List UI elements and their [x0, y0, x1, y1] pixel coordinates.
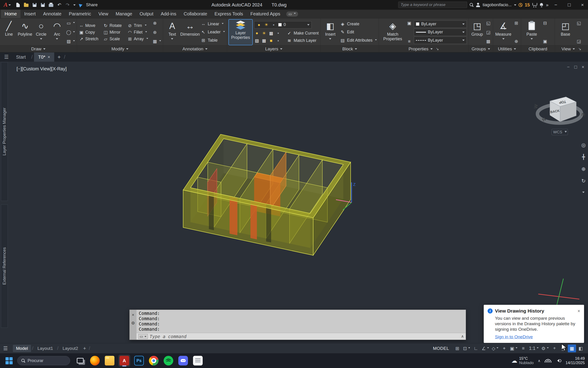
onedrive-signin-link[interactable]: Sign in to OneDrive	[495, 334, 533, 340]
external-references-palette-tab[interactable]: External References	[1, 204, 8, 328]
viewport-restore-icon[interactable]: □	[574, 64, 577, 70]
status-toggle-workspace[interactable]: ⚙	[540, 345, 550, 352]
id-point-tool[interactable]: ⊕	[514, 39, 519, 44]
modify-tool[interactable]: ↔Move	[79, 23, 102, 28]
ribbon-tab[interactable]: Insert	[20, 10, 39, 18]
restore-button[interactable]: □	[564, 0, 575, 10]
circle-tool[interactable]: ○Circle	[34, 19, 48, 45]
status-toggle-otrack[interactable]: ⌖	[500, 345, 508, 352]
ribbon-tab[interactable]: Featured Apps	[247, 10, 284, 18]
status-toggle-grid[interactable]: ⊞	[453, 345, 461, 352]
copy-clip-tool[interactable]: ▣	[542, 39, 548, 44]
pan-icon[interactable]: ╋	[582, 154, 585, 160]
signed-in-user[interactable]: tiagobonifacio...	[483, 2, 512, 7]
make-current-button[interactable]: Make Current	[294, 31, 319, 36]
navbar-more-icon[interactable]	[582, 192, 585, 194]
polyline-tool[interactable]: ∿Polyline	[18, 19, 32, 45]
status-toggle-lineweight[interactable]: ≡	[519, 345, 527, 352]
modify-tool[interactable]: ◫Mirror	[103, 30, 126, 35]
modify-tool[interactable]: ▱Scale	[103, 36, 126, 42]
status-toggle-snap[interactable]: ⊡	[462, 345, 471, 352]
match-layer-button[interactable]: Match Layer	[294, 38, 316, 43]
lineweight-dropdown[interactable]: ByLayer	[414, 28, 467, 36]
viewport-controls[interactable]: [−][Custom View][X-Ray]	[17, 66, 67, 72]
layer-walk-icon[interactable]: ▨	[254, 38, 260, 43]
rectangle-tool[interactable]: ▭	[66, 20, 75, 26]
command-input[interactable]	[149, 334, 459, 339]
viewport-config-tool[interactable]: ◱	[576, 20, 582, 26]
ribbon-tab[interactable]: Manage	[112, 10, 136, 18]
layout-tab-model[interactable]: Model	[13, 345, 31, 352]
group-edit-tool[interactable]: ◲	[485, 30, 491, 35]
layer-freeze-icon[interactable]: ▦	[268, 31, 274, 36]
viewport-close-icon[interactable]: ×	[582, 64, 584, 70]
group-selection-tool[interactable]: ▦	[485, 39, 491, 44]
taskbar-app-spotify[interactable]	[162, 355, 174, 367]
redo-icon[interactable]: ↷	[65, 2, 70, 8]
modify-panel-caption[interactable]: Modify	[77, 45, 163, 52]
doc-tab-current[interactable]: T0*×	[34, 52, 54, 62]
explode-tool[interactable]: ⊛	[152, 30, 161, 35]
group-tool[interactable]: ◳Group	[471, 19, 484, 45]
status-toggle-annoscale[interactable]: 1:1	[528, 345, 540, 352]
object-color-dropdown[interactable]: ByLayer	[414, 20, 467, 28]
annotation-panel-caption[interactable]: Annotation	[163, 45, 227, 52]
taskbar-app-photoshop[interactable]: Ps	[133, 355, 145, 367]
taskbar-app-explorer[interactable]	[104, 355, 115, 367]
block-panel-caption[interactable]: Block	[321, 45, 379, 52]
search-icon[interactable]	[469, 3, 474, 7]
erase-tool[interactable]: ⊗	[152, 20, 161, 26]
taskbar-app-discord[interactable]	[177, 355, 189, 367]
ribbon-display-toggle[interactable]: ▭	[286, 11, 298, 17]
command-window[interactable]: × ⚙ Command:Command:Command:Command: ▭ ∧	[129, 310, 466, 340]
taskbar-app-notes[interactable]	[192, 355, 204, 367]
tray-overflow-icon[interactable]: ∧	[538, 359, 540, 363]
user-menu-chevron[interactable]	[514, 4, 516, 7]
modify-tool[interactable]: ↻Rotate	[103, 23, 126, 28]
named-views-tool[interactable]: ◲	[576, 39, 582, 44]
taskbar-search-input[interactable]	[27, 358, 60, 363]
linear-dimension-tool[interactable]: ↔Linear	[201, 21, 225, 27]
leader-tool[interactable]: ↖Leader	[201, 29, 225, 35]
toolbar-overflow-icon[interactable]: »	[546, 2, 548, 8]
viewport-minimize-icon[interactable]: −	[567, 64, 570, 70]
viewcube[interactable]: N E W TOP BACK WCS	[532, 79, 588, 141]
ribbon-tab[interactable]: Collaborate	[180, 10, 211, 18]
start-button[interactable]	[3, 356, 15, 366]
customize-qat-icon[interactable]	[73, 4, 76, 7]
layer-dropdown[interactable]: ● ☀ ▪ 0	[254, 21, 312, 28]
layout-tab-layout2[interactable]: Layout2	[59, 345, 81, 352]
new-file-icon[interactable]	[15, 3, 20, 7]
plot-icon[interactable]	[48, 3, 53, 7]
text-tool[interactable]: AText	[165, 19, 179, 45]
dimension-tool[interactable]: ↔Dimension	[181, 19, 199, 45]
quick-calc-tool[interactable]: ⊞	[514, 20, 519, 26]
taskbar-app-autocad[interactable]: A	[118, 355, 130, 367]
base-view-tool[interactable]: ◰Base	[557, 19, 574, 45]
properties-tool-2[interactable]: ≡	[406, 39, 412, 44]
wcs-selector[interactable]: WCS	[552, 129, 568, 135]
layers-panel-caption[interactable]: Layers	[227, 45, 321, 52]
weather-widget[interactable]: ☁ 15°C Nublado	[511, 356, 534, 365]
measure-tool[interactable]: ∡Measure	[495, 19, 512, 45]
taskbar-app-firefox[interactable]	[89, 355, 101, 367]
layer-off-icon[interactable]: ●	[254, 31, 260, 36]
help-search-input[interactable]	[401, 2, 465, 7]
draw-panel-caption[interactable]: Draw	[0, 45, 77, 52]
ribbon-tab[interactable]: View	[95, 10, 112, 18]
trial-clock-icon[interactable]	[519, 3, 523, 7]
open-file-icon[interactable]	[24, 3, 29, 7]
new-drawing-icon[interactable]: +	[56, 54, 62, 60]
zoom-icon[interactable]: ⊕	[581, 166, 586, 172]
command-collapse-icon[interactable]: ∧	[461, 334, 464, 339]
command-history[interactable]: Command:Command:Command:Command:	[137, 310, 466, 333]
ribbon-tab[interactable]: Annotate	[39, 10, 65, 18]
orbit-icon[interactable]: ↻	[581, 178, 586, 184]
app-menu-button[interactable]: A	[2, 0, 13, 10]
line-tool[interactable]: ╱Line	[2, 19, 16, 45]
layer-prev-icon[interactable]: ▦	[261, 38, 267, 43]
model-space-viewport[interactable]: Z [−][Custom View][X-Ray] − □ × Layer Pr…	[0, 62, 588, 343]
doc-tab-start[interactable]: Start	[12, 52, 30, 62]
status-toggle-osnap[interactable]: ▣	[509, 345, 519, 352]
table-tool[interactable]: ⊞Table	[201, 38, 225, 43]
